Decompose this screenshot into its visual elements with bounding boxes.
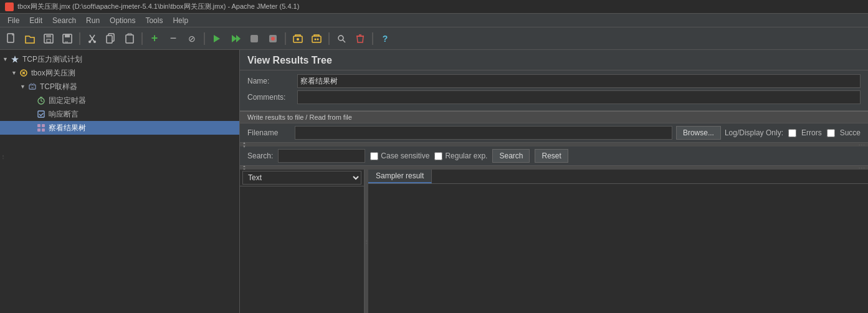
reset-button[interactable]: Reset (535, 149, 568, 163)
menu-help[interactable]: Help (168, 15, 193, 26)
svg-point-8 (93, 41, 96, 43)
results-type-dropdown[interactable]: Text RegExp Tester CSS/JQuery Tester XPa… (242, 171, 361, 185)
comments-label: Comments: (247, 93, 297, 102)
clear-button[interactable]: ⊘ (183, 30, 201, 47)
stop-now-button[interactable] (264, 30, 282, 47)
sidebar-item-assert-label: 响应断言 (49, 109, 79, 120)
panel-title-text: View Results Tree (247, 55, 332, 65)
svg-point-19 (297, 38, 299, 41)
app-icon (5, 2, 14, 11)
regexp-label: Regular exp. (445, 152, 487, 160)
svg-marker-14 (236, 35, 241, 42)
title-text: tbox网关压测.jmx (D:\soft\apache-jmeter-5.4.… (17, 2, 299, 11)
remote-all-button[interactable] (308, 30, 325, 47)
form-area: Name: Comments: (240, 70, 868, 111)
add-button[interactable]: + (146, 30, 163, 47)
tab-sampler-label: Sampler result (376, 171, 424, 180)
main-container: ▼ TCP压力测试计划 ▼ tbox网关压测 ▼ TCP取样器 ▷ (0, 50, 868, 313)
sidebar-item-timer[interactable]: ▷ 固定定时器 (0, 94, 239, 107)
sidebar-item-tcp-label: TCP取样器 (40, 82, 77, 92)
toggle-tcp[interactable]: ▼ (20, 84, 27, 90)
svg-line-31 (41, 101, 43, 102)
name-input[interactable] (297, 74, 861, 88)
assert-icon (36, 109, 46, 119)
menu-tools[interactable]: Tools (140, 15, 168, 26)
sidebar-item-plan-label: TCP压力测试计划 (22, 54, 82, 65)
search-button[interactable]: Search (492, 149, 530, 163)
title-bar: tbox网关压测.jmx (D:\soft\apache-jmeter-5.4.… (0, 0, 868, 14)
write-results-text: Write results to file / Read from file (247, 113, 352, 121)
results-content: Text RegExp Tester CSS/JQuery Tester XPa… (240, 170, 868, 313)
svg-rect-11 (126, 35, 133, 43)
name-label: Name: (247, 77, 297, 85)
search-input[interactable] (278, 149, 365, 163)
log-display-section: Log/Display Only: Errors Succe (725, 128, 861, 137)
svg-rect-3 (47, 39, 50, 42)
sidebar-item-plan[interactable]: ▼ TCP压力测试计划 (0, 52, 239, 66)
filename-input[interactable] (295, 126, 672, 140)
sidebar-item-tcp[interactable]: ▼ TCP取样器 (0, 80, 239, 94)
case-sensitive-checkbox[interactable] (370, 152, 378, 160)
case-sensitive-group: Case sensitive (370, 152, 429, 160)
search-area: Search: Case sensitive Regular exp. Sear… (240, 147, 868, 166)
toggle-tbox[interactable]: ▼ (11, 70, 19, 76)
toolbar-sep-6 (372, 32, 373, 45)
sidebar-item-tree[interactable]: ▷ 察看结果树 (0, 121, 239, 135)
menu-bar: File Edit Search Run Options Tools Help (0, 14, 868, 27)
sidebar-item-tbox-label: tbox网关压测 (31, 68, 75, 79)
run-no-pause-button[interactable] (227, 30, 244, 47)
filename-row: Filename Browse... Log/Display Only: Err… (240, 123, 868, 143)
sidebar-resize-handle[interactable]: ⋮ (0, 50, 6, 313)
toolbar: as + − ⊘ ? (0, 27, 868, 50)
right-panel: View Results Tree Name: Comments: Write … (240, 50, 868, 313)
sidebar: ▼ TCP压力测试计划 ▼ tbox网关压测 ▼ TCP取样器 ▷ (0, 50, 240, 313)
paste-button[interactable] (121, 30, 138, 47)
clear-all-button[interactable] (351, 30, 369, 47)
errors-checkbox[interactable] (788, 129, 796, 137)
write-results-bar: Write results to file / Read from file (240, 111, 868, 123)
toolbar-sep-5 (328, 32, 330, 45)
sidebar-item-tree-label: 察看结果树 (49, 123, 86, 133)
sidebar-item-assert[interactable]: ▷ 响应断言 (0, 107, 239, 121)
filename-label: Filename (247, 128, 291, 137)
cut-button[interactable] (83, 30, 101, 47)
search-label: Search: (247, 152, 273, 160)
help-button[interactable]: ? (376, 30, 394, 47)
menu-search[interactable]: Search (47, 15, 81, 26)
tab-sampler-result[interactable]: Sampler result (368, 170, 432, 183)
search-toolbar-button[interactable] (333, 30, 350, 47)
save-button[interactable] (40, 30, 57, 47)
svg-rect-28 (29, 85, 36, 89)
comments-input[interactable] (297, 90, 861, 104)
results-area: ▲▼ ··· Text RegExp Tester CSS/JQuery Tes… (240, 166, 868, 313)
sidebar-item-tbox[interactable]: ▼ tbox网关压测 (0, 66, 239, 80)
svg-text:as: as (65, 40, 69, 44)
copy-button[interactable] (102, 30, 120, 47)
stop-button[interactable] (246, 30, 263, 47)
menu-edit[interactable]: Edit (24, 15, 47, 26)
regexp-checkbox[interactable] (434, 152, 442, 160)
svg-point-22 (317, 38, 319, 40)
panel-title: View Results Tree (240, 50, 868, 70)
remove-button[interactable]: − (165, 30, 182, 47)
open-button[interactable] (21, 30, 39, 47)
sidebar-item-timer-label: 固定定时器 (49, 95, 86, 106)
svg-marker-13 (232, 35, 237, 42)
tbox-icon (19, 68, 29, 78)
svg-marker-12 (214, 35, 220, 42)
plan-icon (10, 54, 20, 64)
menu-options[interactable]: Options (105, 15, 140, 26)
success-checkbox[interactable] (827, 129, 835, 137)
left-results-empty (240, 186, 364, 313)
browse-button[interactable]: Browse... (676, 126, 721, 140)
svg-point-7 (88, 41, 91, 43)
svg-point-23 (338, 36, 343, 41)
menu-run[interactable]: Run (81, 15, 105, 26)
run-button[interactable] (208, 30, 226, 47)
remote-start-button[interactable] (289, 30, 307, 47)
svg-rect-35 (42, 124, 45, 127)
save-as-button[interactable]: as (59, 30, 76, 47)
svg-line-24 (343, 40, 345, 42)
svg-rect-37 (42, 128, 45, 132)
case-sensitive-label: Case sensitive (381, 152, 429, 160)
